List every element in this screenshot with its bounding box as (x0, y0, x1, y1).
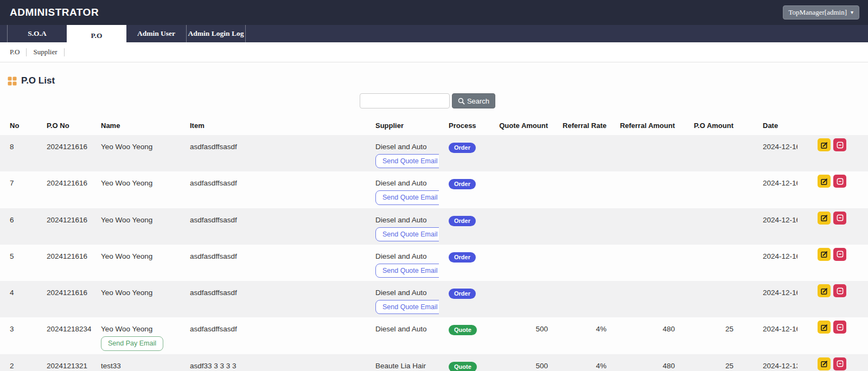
minus-square-icon (836, 287, 844, 295)
edit-button[interactable] (818, 284, 831, 297)
cell-quote-amount (495, 245, 549, 281)
cell-item: asdfasdffsasdf (180, 135, 366, 171)
cell-po-amount: 25 (676, 354, 735, 371)
main-nav: S.O.A P.O Admin User Admin Login Log (0, 25, 868, 42)
search-button[interactable]: Search (452, 93, 495, 108)
breadcrumb-po[interactable]: P.O (10, 48, 20, 56)
page-title: P.O List (21, 75, 55, 86)
send-quote-email-button[interactable]: Send Quote Email (375, 300, 439, 314)
table-row: 6 2024121616 Yeo Woo Yeong asdfasdffsasd… (0, 208, 868, 245)
cell-referral-rate: 4% (549, 317, 608, 354)
cell-referral-rate (549, 171, 608, 208)
process-badge: Order (449, 179, 476, 189)
breadcrumb-divider (26, 48, 27, 56)
breadcrumb-supplier[interactable]: Supplier (33, 48, 57, 56)
tab-soa[interactable]: S.O.A (7, 25, 67, 42)
name-text: test33 (101, 362, 121, 370)
cell-no: 2 (0, 354, 37, 371)
search-input[interactable] (360, 93, 450, 108)
delete-button[interactable] (833, 248, 846, 261)
delete-button[interactable] (833, 175, 846, 188)
edit-button[interactable] (818, 248, 831, 261)
process-badge: Order (449, 143, 476, 153)
send-quote-email-button[interactable]: Send Quote Email (375, 264, 439, 278)
cell-referral-rate (549, 135, 608, 171)
col-referral-amount: Referral Amount (608, 116, 676, 135)
content-area: P.O List Search No P.O No Name Item Supp… (0, 62, 868, 371)
minus-square-icon (836, 250, 844, 258)
edit-pencil-icon (820, 141, 828, 149)
cell-item: asdfasdffsasdf (180, 317, 366, 354)
cell-po-amount: 25 (676, 317, 735, 354)
app-header: ADMINISTRATOR TopManager[admin] ▾ (0, 0, 868, 25)
col-actions (797, 116, 868, 135)
minus-square-icon (836, 141, 844, 149)
cell-po-amount (676, 135, 735, 171)
cell-date: 2024-12-13 (735, 354, 797, 371)
name-text: Yeo Woo Yeong (101, 216, 152, 224)
col-name: Name (91, 116, 180, 135)
cell-date: 2024-12-16 (735, 281, 797, 317)
delete-button[interactable] (833, 357, 846, 370)
delete-button[interactable] (833, 321, 846, 334)
cell-po-amount (676, 281, 735, 317)
cell-po-no: 2024121321 (37, 354, 91, 371)
cell-referral-amount (608, 245, 676, 281)
cell-actions (797, 208, 868, 245)
delete-button[interactable] (833, 284, 846, 297)
tab-admin-user[interactable]: Admin User (126, 25, 186, 42)
supplier-text: Diesel and Auto (375, 179, 427, 187)
cell-referral-rate (549, 245, 608, 281)
cell-po-no: 2024121616 (37, 208, 91, 245)
edit-pencil-icon (820, 250, 828, 258)
supplier-text: Diesel and Auto (375, 289, 427, 297)
cell-po-amount (676, 208, 735, 245)
minus-square-icon (836, 323, 844, 331)
cell-supplier: Diesel and Auto Send Quote Email (366, 135, 439, 171)
col-po-amount: P.O Amount (676, 116, 735, 135)
edit-button[interactable] (818, 175, 831, 188)
process-badge: Order (449, 252, 476, 263)
cell-process: Quote (439, 317, 495, 354)
cell-item: asdf33 3 3 3 3 (180, 354, 366, 371)
edit-pencil-icon (820, 360, 828, 368)
supplier-text: Diesel and Auto (375, 216, 427, 224)
tab-po[interactable]: P.O (67, 25, 126, 47)
cell-date: 2024-12-16 (735, 171, 797, 208)
cell-referral-amount (608, 281, 676, 317)
tab-admin-login-log[interactable]: Admin Login Log (186, 25, 246, 42)
supplier-text: Diesel and Auto (375, 143, 427, 151)
edit-pencil-icon (820, 287, 828, 295)
edit-button[interactable] (818, 212, 831, 225)
cell-supplier: Beaute Lia Hair (366, 354, 439, 371)
cell-no: 3 (0, 317, 37, 354)
cell-referral-rate: 4% (549, 354, 608, 371)
cell-supplier: Diesel and Auto Send Quote Email (366, 281, 439, 317)
edit-button[interactable] (818, 357, 831, 370)
cell-date: 2024-12-16 (735, 245, 797, 281)
edit-button[interactable] (818, 321, 831, 334)
delete-button[interactable] (833, 138, 846, 151)
send-quote-email-button[interactable]: Send Quote Email (375, 227, 439, 241)
minus-square-icon (836, 360, 844, 368)
cell-name: Yeo Woo Yeong (91, 281, 180, 317)
send-quote-email-button[interactable]: Send Quote Email (375, 154, 439, 168)
cell-item: asdfasdffsasdf (180, 208, 366, 245)
cell-actions (797, 245, 868, 281)
delete-button[interactable] (833, 212, 846, 225)
process-badge: Quote (449, 362, 477, 371)
process-badge: Order (449, 216, 476, 226)
cell-process: Order (439, 171, 495, 208)
cell-quote-amount: 500 (495, 354, 549, 371)
table-row: 5 2024121616 Yeo Woo Yeong asdfasdffsasd… (0, 245, 868, 281)
cell-actions (797, 171, 868, 208)
send-quote-email-button[interactable]: Send Quote Email (375, 190, 439, 204)
col-item: Item (180, 116, 366, 135)
cell-po-no: 2024121616 (37, 245, 91, 281)
user-menu-button[interactable]: TopManager[admin] ▾ (783, 5, 859, 20)
cell-actions (797, 135, 868, 171)
send-pay-email-button[interactable]: Send Pay Email (101, 336, 163, 350)
edit-button[interactable] (818, 138, 831, 151)
cell-process: Quote (439, 354, 495, 371)
name-text: Yeo Woo Yeong (101, 325, 152, 333)
